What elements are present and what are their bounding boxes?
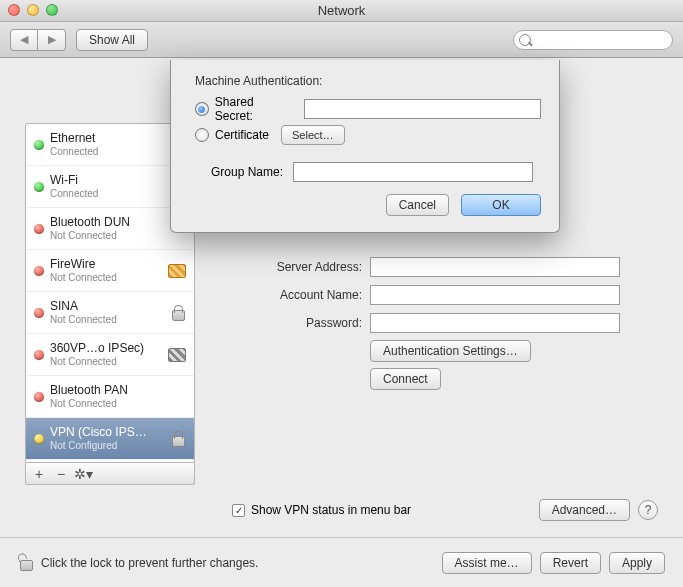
back-button[interactable]: ◀ xyxy=(10,29,38,51)
lock-icon xyxy=(166,428,188,450)
search-input[interactable] xyxy=(513,30,673,50)
connect-button[interactable]: Connect xyxy=(370,368,441,390)
status-dot xyxy=(34,308,44,318)
close-window-button[interactable] xyxy=(8,4,20,16)
password-field[interactable] xyxy=(370,313,620,333)
titlebar: Network xyxy=(0,0,683,22)
sidebar-item-firewire[interactable]: FireWireNot Connected xyxy=(26,250,194,292)
sidebar-item-360vp-o-ipsec-[interactable]: 360VP…o IPSec)Not Connected xyxy=(26,334,194,376)
service-name: Ethernet xyxy=(50,131,98,145)
service-actions-menu[interactable]: ✲▾ xyxy=(74,466,92,482)
sidebar-item-vpn-cisco-ipsec-[interactable]: VPN (Cisco IPSec)Not Configured xyxy=(26,418,194,460)
show-vpn-row: ✓ Show VPN status in menu bar xyxy=(232,503,411,517)
help-button[interactable]: ? xyxy=(638,500,658,520)
status-dot xyxy=(34,392,44,402)
forward-button[interactable]: ▶ xyxy=(38,29,66,51)
service-status: Connected xyxy=(50,187,98,201)
server-address-label: Server Address: xyxy=(215,260,370,274)
toolbar: ◀ ▶ Show All xyxy=(0,22,683,58)
shared-secret-field[interactable] xyxy=(304,99,541,119)
revert-button[interactable]: Revert xyxy=(540,552,601,574)
sidebar-item-ethernet[interactable]: EthernetConnected xyxy=(26,124,194,166)
lock-icon[interactable] xyxy=(18,555,33,570)
status-dot xyxy=(34,434,44,444)
shared-secret-radio[interactable] xyxy=(195,102,209,116)
status-dot xyxy=(34,350,44,360)
certificate-radio[interactable] xyxy=(195,128,209,142)
service-status: Not Connected xyxy=(50,271,117,285)
sidebar-item-bluetooth-pan[interactable]: Bluetooth PANNot Connected xyxy=(26,376,194,418)
assist-me-button[interactable]: Assist me… xyxy=(442,552,532,574)
password-label: Password: xyxy=(215,316,370,330)
minimize-window-button[interactable] xyxy=(27,4,39,16)
window-title: Network xyxy=(318,3,366,18)
window-controls xyxy=(8,4,58,16)
ok-button[interactable]: OK xyxy=(461,194,541,216)
lock-text: Click the lock to prevent further change… xyxy=(41,556,258,570)
service-status: Not Configured xyxy=(50,439,150,453)
status-dot xyxy=(34,140,44,150)
sidebar-item-bluetooth-dun[interactable]: Bluetooth DUNNot Connected xyxy=(26,208,194,250)
show-vpn-checkbox[interactable]: ✓ xyxy=(232,504,245,517)
service-name: Wi-Fi xyxy=(50,173,98,187)
service-status: Not Connected xyxy=(50,355,144,369)
service-name: Bluetooth PAN xyxy=(50,383,128,397)
footer: Click the lock to prevent further change… xyxy=(0,537,683,587)
advanced-button[interactable]: Advanced… xyxy=(539,499,630,521)
show-vpn-label: Show VPN status in menu bar xyxy=(251,503,411,517)
firewire-icon xyxy=(166,260,188,282)
service-name: 360VP…o IPSec) xyxy=(50,341,144,355)
sidebar-item-sina[interactable]: SINANot Connected xyxy=(26,292,194,334)
service-status: Not Connected xyxy=(50,229,130,243)
auth-sheet: Machine Authentication: Shared Secret: C… xyxy=(170,60,560,233)
status-dot xyxy=(34,224,44,234)
group-name-label: Group Name: xyxy=(195,165,287,179)
service-name: FireWire xyxy=(50,257,117,271)
add-service-button[interactable]: + xyxy=(30,466,48,482)
service-status: Not Connected xyxy=(50,397,128,411)
status-dot xyxy=(34,266,44,276)
auth-settings-button[interactable]: Authentication Settings… xyxy=(370,340,531,362)
service-status: Connected xyxy=(50,145,98,159)
remove-service-button[interactable]: − xyxy=(52,466,70,482)
shared-secret-label: Shared Secret: xyxy=(215,95,294,123)
service-status: Not Connected xyxy=(50,313,117,327)
show-all-button[interactable]: Show All xyxy=(76,29,148,51)
service-name: VPN (Cisco IPSec) xyxy=(50,425,150,439)
nav-back-forward: ◀ ▶ xyxy=(10,29,66,51)
certificate-label: Certificate xyxy=(215,128,269,142)
zoom-window-button[interactable] xyxy=(46,4,58,16)
stripe-lock-icon xyxy=(166,344,188,366)
sheet-title: Machine Authentication: xyxy=(189,74,541,88)
sidebar-tools: + − ✲▾ xyxy=(25,463,195,485)
server-address-field[interactable] xyxy=(370,257,620,277)
status-dot xyxy=(34,182,44,192)
account-name-label: Account Name: xyxy=(215,288,370,302)
sidebar-item-wi-fi[interactable]: Wi-FiConnected xyxy=(26,166,194,208)
group-name-field[interactable] xyxy=(293,162,533,182)
cancel-button[interactable]: Cancel xyxy=(386,194,449,216)
apply-button[interactable]: Apply xyxy=(609,552,665,574)
account-name-field[interactable] xyxy=(370,285,620,305)
service-name: Bluetooth DUN xyxy=(50,215,130,229)
lock-icon xyxy=(166,302,188,324)
service-name: SINA xyxy=(50,299,117,313)
select-certificate-button[interactable]: Select… xyxy=(281,125,345,145)
